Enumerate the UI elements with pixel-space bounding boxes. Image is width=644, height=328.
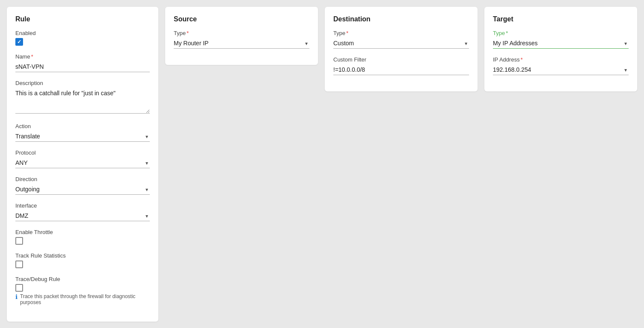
target-ip-address-label: IP Address *: [493, 56, 629, 63]
enabled-checkbox-wrapper: [15, 38, 150, 46]
action-select[interactable]: Translate Masquerade No NAT: [15, 131, 150, 142]
source-type-label: Type *: [174, 30, 309, 36]
info-icon: ℹ: [15, 293, 17, 301]
protocol-field: Protocol ANY TCP UDP ICMP ▾: [15, 149, 150, 168]
trace-debug-label: Trace/Debug Rule: [15, 276, 150, 282]
protocol-label: Protocol: [15, 149, 150, 156]
trace-debug-checkbox-wrapper: [15, 284, 150, 292]
destination-type-select-wrapper: Custom My Router IP My IP Addresses Any …: [333, 38, 469, 49]
direction-field: Direction Outgoing Incoming ▾: [15, 176, 150, 195]
target-type-required-star: *: [506, 30, 508, 36]
name-input[interactable]: [15, 62, 150, 72]
destination-type-required-star: *: [346, 30, 348, 36]
destination-custom-filter-field: Custom Filter: [333, 56, 469, 75]
name-required-star: *: [31, 53, 33, 60]
destination-type-label: Type *: [333, 30, 469, 36]
enable-throttle-field: Enable Throttle: [15, 229, 150, 245]
source-type-select[interactable]: My Router IP My IP Addresses Custom Any: [174, 38, 309, 49]
rule-title: Rule: [15, 15, 150, 23]
destination-custom-filter-label: Custom Filter: [333, 56, 469, 63]
protocol-select-wrapper: ANY TCP UDP ICMP ▾: [15, 158, 150, 168]
source-type-select-wrapper: My Router IP My IP Addresses Custom Any …: [174, 38, 309, 49]
source-card: Source Type * My Router IP My IP Address…: [165, 7, 318, 65]
direction-label: Direction: [15, 176, 150, 182]
target-card: Target Type * My IP Addresses My Router …: [484, 7, 637, 91]
description-textarea[interactable]: This is a catchall rule for "just in cas…: [15, 88, 150, 114]
destination-type-select[interactable]: Custom My Router IP My IP Addresses Any: [333, 38, 469, 49]
action-select-wrapper: Translate Masquerade No NAT ▾: [15, 131, 150, 142]
interface-select[interactable]: DMZ WAN LAN: [15, 211, 150, 221]
destination-custom-filter-input[interactable]: [333, 64, 469, 75]
trace-debug-field: Trace/Debug Rule ℹ Trace this packet thr…: [15, 276, 150, 305]
rule-card: Rule Enabled Name * Description This is …: [7, 7, 158, 322]
enabled-label: Enabled: [15, 30, 150, 36]
destination-card: Destination Type * Custom My Router IP M…: [325, 7, 478, 91]
track-rule-label: Track Rule Statistics: [15, 252, 150, 259]
source-title: Source: [174, 15, 309, 23]
destination-title: Destination: [333, 15, 469, 23]
target-title: Target: [493, 15, 629, 23]
enabled-field: Enabled: [15, 30, 150, 46]
target-ip-address-field: IP Address * 192.168.0.254 192.168.1.1 ▾: [493, 56, 629, 75]
action-label: Action: [15, 123, 150, 129]
destination-type-field: Type * Custom My Router IP My IP Address…: [333, 30, 469, 49]
enable-throttle-checkbox[interactable]: [15, 237, 23, 245]
track-rule-checkbox-wrapper: [15, 261, 150, 268]
source-type-field: Type * My Router IP My IP Addresses Cust…: [174, 30, 309, 49]
target-ip-required-star: *: [521, 56, 523, 63]
direction-select-wrapper: Outgoing Incoming ▾: [15, 184, 150, 195]
target-type-field: Type * My IP Addresses My Router IP Cust…: [493, 30, 629, 49]
trace-debug-checkbox[interactable]: [15, 284, 23, 292]
track-rule-field: Track Rule Statistics: [15, 252, 150, 268]
target-ip-select-wrapper: 192.168.0.254 192.168.1.1 ▾: [493, 64, 629, 75]
interface-field: Interface DMZ WAN LAN ▾: [15, 202, 150, 221]
interface-select-wrapper: DMZ WAN LAN ▾: [15, 211, 150, 221]
action-field: Action Translate Masquerade No NAT ▾: [15, 123, 150, 142]
enable-throttle-checkbox-wrapper: [15, 237, 150, 245]
description-field: Description This is a catchall rule for …: [15, 80, 150, 115]
trace-info-row: ℹ Trace this packet through the firewall…: [15, 293, 150, 305]
enable-throttle-label: Enable Throttle: [15, 229, 150, 235]
target-type-select-wrapper: My IP Addresses My Router IP Custom ▾: [493, 38, 629, 49]
target-type-select[interactable]: My IP Addresses My Router IP Custom: [493, 38, 629, 49]
description-label: Description: [15, 80, 150, 86]
name-field: Name *: [15, 53, 150, 72]
direction-select[interactable]: Outgoing Incoming: [15, 184, 150, 195]
protocol-select[interactable]: ANY TCP UDP ICMP: [15, 158, 150, 168]
target-type-label: Type *: [493, 30, 629, 36]
target-ip-select[interactable]: 192.168.0.254 192.168.1.1: [493, 64, 629, 75]
source-type-required-star: *: [186, 30, 189, 36]
trace-info-text: Trace this packet through the firewall f…: [20, 293, 150, 305]
name-label: Name *: [15, 53, 150, 60]
interface-label: Interface: [15, 202, 150, 209]
enabled-checkbox[interactable]: [15, 38, 23, 46]
track-rule-checkbox[interactable]: [15, 261, 23, 268]
